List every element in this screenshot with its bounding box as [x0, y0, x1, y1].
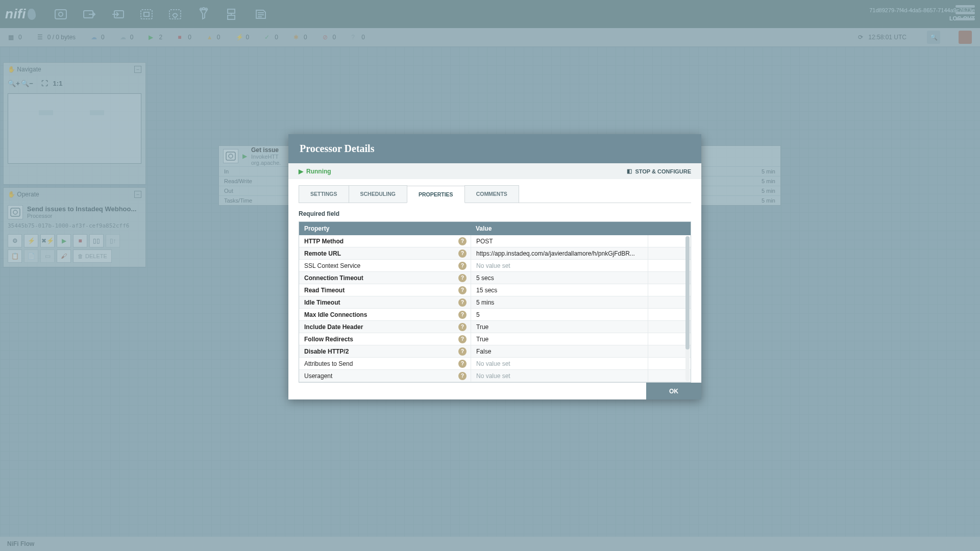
- property-actions: [648, 272, 691, 284]
- property-name: Read Timeout?: [299, 286, 471, 294]
- property-value: No value set: [471, 358, 648, 369]
- zoom-fit-icon[interactable]: ⛶: [38, 77, 51, 89]
- property-row[interactable]: Connection Timeout?5 secs: [299, 272, 691, 284]
- add-funnel-icon[interactable]: [194, 5, 213, 24]
- property-row[interactable]: Remote URL?https://app.instadeq.com/a/ja…: [299, 247, 691, 260]
- stop-icon[interactable]: ■: [73, 234, 87, 247]
- property-row[interactable]: Idle Timeout?5 mins: [299, 296, 691, 309]
- help-icon[interactable]: ?: [458, 372, 467, 380]
- zoom-in-icon[interactable]: 🔍+: [8, 77, 20, 89]
- property-row[interactable]: Include Date Header?True: [299, 321, 691, 333]
- stale-icon: ✱: [293, 34, 301, 41]
- property-value: 5: [471, 309, 648, 320]
- upload-template-icon: ▯↑: [106, 234, 120, 247]
- operate-header: ✋ Operate −: [4, 188, 145, 201]
- color-icon[interactable]: 🖌: [57, 249, 71, 263]
- add-input-port-icon[interactable]: [80, 5, 99, 24]
- stat-local: ?0: [351, 34, 365, 41]
- svg-point-12: [13, 210, 17, 214]
- property-actions: [648, 345, 691, 357]
- property-actions: [648, 370, 691, 382]
- tab-scheduling[interactable]: SCHEDULING: [349, 185, 407, 203]
- tab-comments[interactable]: COMMENTS: [464, 185, 519, 203]
- property-row[interactable]: Read Timeout?15 secs: [299, 284, 691, 296]
- stop-and-configure-button[interactable]: ◧ STOP & CONFIGURE: [627, 168, 691, 174]
- property-row[interactable]: SSL Context Service?No value set: [299, 260, 691, 272]
- property-row[interactable]: Follow Redirects?True: [299, 333, 691, 345]
- template-icon[interactable]: ▯▯: [89, 234, 104, 247]
- queue-icon: ☰: [37, 34, 44, 41]
- footer-breadcrumb: NiFi Flow: [0, 537, 980, 551]
- global-menu-icon[interactable]: [955, 5, 975, 20]
- navigate-tools: 🔍+ 🔍− ⛶ 1:1: [4, 76, 145, 90]
- properties-body[interactable]: HTTP Method?POSTRemote URL?https://app.i…: [299, 235, 691, 382]
- property-row[interactable]: HTTP Method?POST: [299, 235, 691, 247]
- help-icon[interactable]: ?: [458, 249, 467, 258]
- bulletin-button[interactable]: [959, 31, 972, 44]
- stop-configure-icon: ◧: [627, 168, 632, 174]
- start-icon[interactable]: ▶: [57, 234, 71, 247]
- add-process-group-icon[interactable]: [137, 5, 156, 24]
- stat-remote-in: ☁0: [91, 34, 105, 41]
- zoom-actual-icon[interactable]: 1:1: [52, 77, 64, 89]
- collapse-icon[interactable]: −: [134, 66, 141, 73]
- hand-icon: ✋: [8, 191, 15, 198]
- search-button[interactable]: 🔍: [927, 31, 940, 44]
- breadcrumb[interactable]: NiFi Flow: [7, 540, 34, 547]
- dialog-title: Processor Details: [288, 134, 701, 163]
- help-icon[interactable]: ?: [458, 298, 467, 307]
- tab-settings[interactable]: SETTINGS: [299, 185, 349, 203]
- col-property: Property: [299, 225, 471, 232]
- operate-buttons: ⚙ ⚡ ✖⚡ ▶ ■ ▯▯ ▯↑: [8, 234, 141, 247]
- birdseye-view[interactable]: [8, 93, 141, 164]
- navigate-title: Navigate: [17, 66, 41, 73]
- help-icon[interactable]: ?: [458, 347, 467, 356]
- col-value: Value: [471, 225, 648, 232]
- help-icon[interactable]: ?: [458, 360, 467, 368]
- help-icon[interactable]: ?: [458, 237, 467, 245]
- help-icon[interactable]: ?: [458, 274, 467, 282]
- stat-stopped: ■0: [178, 34, 191, 41]
- property-row[interactable]: Attributes to Send?No value set: [299, 358, 691, 370]
- property-value: True: [471, 321, 648, 333]
- disable-icon[interactable]: ✖⚡: [40, 234, 55, 247]
- add-template-icon[interactable]: [223, 5, 242, 24]
- play-icon: ▶: [149, 34, 156, 41]
- add-label-icon[interactable]: [251, 5, 271, 24]
- hand-icon: ✋: [8, 66, 15, 73]
- delete-button[interactable]: 🗑DELETE: [73, 249, 112, 263]
- proc-org: org.apache.: [251, 160, 281, 166]
- property-name: Max Idle Connections?: [299, 311, 471, 319]
- tab-properties[interactable]: PROPERTIES: [407, 186, 465, 203]
- property-name: Idle Timeout?: [299, 298, 471, 307]
- enable-icon[interactable]: ⚡: [24, 234, 38, 247]
- property-row[interactable]: Max Idle Connections?5: [299, 309, 691, 321]
- collapse-icon[interactable]: −: [134, 191, 141, 198]
- help-icon[interactable]: ?: [458, 286, 467, 294]
- group-icon: ▭: [40, 249, 55, 263]
- help-icon[interactable]: ?: [458, 262, 467, 270]
- property-name: Include Date Header?: [299, 323, 471, 331]
- add-processor-icon[interactable]: [51, 5, 70, 24]
- zoom-out-icon[interactable]: 🔍−: [21, 77, 33, 89]
- help-icon[interactable]: ?: [458, 335, 467, 343]
- check-icon: ✓: [264, 34, 272, 41]
- copy-icon[interactable]: 📋: [8, 249, 22, 263]
- add-remote-group-icon[interactable]: [165, 5, 185, 24]
- svg-rect-11: [11, 208, 20, 216]
- property-row[interactable]: Disable HTTP/2?False: [299, 345, 691, 358]
- add-output-port-icon[interactable]: [108, 5, 128, 24]
- stat-uptodate: ✓0: [264, 34, 278, 41]
- navigate-panel: ✋ Navigate − 🔍+ 🔍− ⛶ 1:1: [3, 62, 146, 185]
- help-icon[interactable]: ?: [458, 323, 467, 331]
- property-actions: [648, 260, 691, 271]
- help-icon[interactable]: ?: [458, 311, 467, 319]
- configure-icon[interactable]: ⚙: [8, 234, 22, 247]
- property-value: False: [471, 345, 648, 357]
- scrollbar[interactable]: [685, 236, 690, 381]
- properties-header: Property Value: [299, 222, 691, 235]
- refresh-icon[interactable]: ⟳: [858, 34, 865, 41]
- property-row[interactable]: Useragent?No value set: [299, 370, 691, 382]
- scrollbar-thumb[interactable]: [685, 236, 690, 349]
- ok-button[interactable]: OK: [646, 383, 701, 399]
